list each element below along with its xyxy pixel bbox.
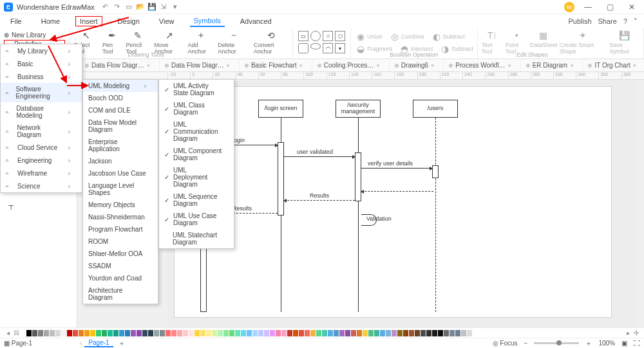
color-swatch[interactable]	[119, 330, 124, 336]
color-swatch[interactable]	[44, 330, 49, 336]
color-swatch[interactable]	[409, 330, 414, 336]
color-swatch[interactable]	[316, 330, 321, 336]
activation-login[interactable]	[278, 142, 284, 215]
color-swatch[interactable]	[339, 330, 345, 336]
color-swatch[interactable]	[166, 330, 171, 336]
color-swatch[interactable]	[467, 330, 472, 336]
color-swatch[interactable]	[386, 330, 391, 336]
color-swatch[interactable]	[403, 330, 408, 336]
color-swatch[interactable]	[148, 330, 153, 336]
color-swatch[interactable]	[305, 330, 310, 336]
convert-anchor[interactable]: ⟲Convert Anchor	[254, 30, 289, 55]
menu-item[interactable]: SSADM	[83, 260, 158, 272]
menu-design[interactable]: Design	[114, 16, 144, 26]
msg-results-sec[interactable]	[284, 200, 355, 201]
color-swatch[interactable]	[461, 330, 466, 336]
color-swatch[interactable]	[113, 330, 118, 336]
color-swatch[interactable]	[432, 330, 437, 336]
color-swatch[interactable]	[90, 330, 95, 336]
menu-item[interactable]: Data Flow Model Diagram	[83, 116, 158, 136]
menu-item[interactable]: Architecture Diagram	[83, 284, 158, 304]
color-swatch[interactable]	[247, 330, 252, 336]
color-swatch[interactable]	[171, 330, 176, 336]
color-swatch[interactable]	[194, 330, 200, 336]
color-swatch[interactable]	[322, 330, 327, 336]
shape-t[interactable]: ┬	[4, 199, 18, 211]
fullscreen-icon[interactable]: ⛶	[634, 340, 640, 347]
color-swatch[interactable]	[374, 330, 379, 336]
combine-button[interactable]: ◎Combine	[389, 31, 424, 42]
color-swatch[interactable]	[415, 330, 420, 336]
menu-item[interactable]: ▫Business	[1, 70, 82, 83]
pen-tool[interactable]: ✒Pen Tool	[102, 30, 122, 55]
user-avatar[interactable]: W	[564, 2, 574, 12]
maximize-button[interactable]: ▢	[601, 3, 618, 12]
color-swatch[interactable]	[160, 330, 165, 336]
menu-item[interactable]: ✓UML Deployment Diagram	[159, 164, 234, 190]
zoom-in[interactable]: ＋	[585, 339, 592, 348]
color-swatch[interactable]	[137, 330, 142, 336]
zoom-level[interactable]: 100%	[598, 340, 615, 347]
color-swatch[interactable]	[293, 330, 298, 336]
fragment-button[interactable]: ◒Fragment	[355, 43, 392, 55]
document-tab[interactable]: Process Workfl…×	[444, 59, 520, 71]
menu-item[interactable]: Yourdon and Coad	[83, 272, 158, 284]
save-icon[interactable]: 💾	[147, 3, 156, 12]
color-swatch[interactable]	[50, 330, 55, 336]
color-swatch[interactable]	[96, 330, 101, 336]
color-swatch[interactable]	[351, 330, 356, 336]
menu-item[interactable]: ✓UML Sequence Diagram	[159, 190, 234, 210]
subtract-button[interactable]: ◐Subtract	[431, 31, 465, 42]
msg-validated[interactable]	[284, 156, 355, 157]
color-swatch[interactable]	[252, 330, 258, 336]
menu-insert[interactable]: Insert	[75, 16, 102, 26]
tab-close-icon[interactable]: ×	[507, 62, 511, 69]
color-swatch[interactable]	[206, 330, 211, 336]
color-swatch[interactable]	[287, 330, 292, 336]
menu-item[interactable]: Nassi-Shneiderman	[83, 211, 158, 223]
color-swatch[interactable]	[212, 330, 217, 336]
page-tab-add[interactable]: ＋	[113, 339, 130, 348]
shape-circle[interactable]	[310, 31, 321, 41]
color-swatch[interactable]	[102, 330, 107, 336]
menu-home[interactable]: Home	[37, 16, 64, 26]
open-icon[interactable]: 📂	[136, 3, 145, 12]
document-tab[interactable]: Drawing6×	[390, 59, 444, 71]
color-swatch[interactable]	[189, 330, 194, 336]
shape-star[interactable]: ☆	[323, 31, 333, 41]
menu-item[interactable]: UML Statechart Diagram	[159, 229, 234, 248]
color-swatch[interactable]	[392, 330, 397, 336]
tab-close-icon[interactable]: ×	[377, 62, 380, 69]
color-swatch[interactable]	[450, 330, 455, 336]
shape-rect[interactable]: ▭	[298, 31, 308, 41]
color-swatch[interactable]	[397, 330, 402, 336]
color-prev[interactable]: ◂	[4, 329, 12, 336]
color-swatch[interactable]	[310, 330, 316, 336]
menu-view[interactable]: View	[155, 16, 178, 26]
color-swatch[interactable]	[264, 330, 269, 336]
smart-shape-button[interactable]: ✦Create Smart Shape	[560, 30, 606, 55]
status-page-info[interactable]: ▦ Page-1	[4, 340, 32, 347]
color-swatch[interactable]	[177, 330, 182, 336]
menu-item[interactable]: ▫Science	[1, 179, 82, 192]
color-swatch[interactable]	[345, 330, 350, 336]
export-icon[interactable]: ⇲	[159, 3, 168, 12]
delete-anchor[interactable]: －Delete Anchor	[218, 30, 250, 55]
qat-more-icon[interactable]: ▾	[171, 3, 180, 12]
menu-item[interactable]: Booch OOD	[83, 92, 158, 104]
menu-item[interactable]: Program Flowchart	[83, 223, 158, 235]
subtract2-button[interactable]: ◑Subtract	[439, 43, 473, 55]
color-swatch[interactable]	[183, 330, 188, 336]
add-anchor[interactable]: ＋Add Anchor	[188, 30, 214, 55]
save-symbol-button[interactable]: 💾Save Symbol	[610, 30, 639, 55]
color-swatch[interactable]	[276, 330, 281, 336]
tab-close-icon[interactable]: ×	[431, 62, 434, 69]
collapse-ribbon-icon[interactable]: ˅	[634, 17, 638, 26]
menu-item[interactable]: Jacobson Use Case	[83, 167, 158, 179]
document-tab[interactable]: IT Org Chart×	[583, 59, 644, 71]
color-swatch[interactable]	[258, 330, 263, 336]
color-swatch[interactable]	[131, 330, 136, 336]
color-swatch[interactable]	[32, 330, 37, 336]
help-icon[interactable]: ?	[623, 17, 627, 26]
activation-users[interactable]	[432, 165, 439, 178]
